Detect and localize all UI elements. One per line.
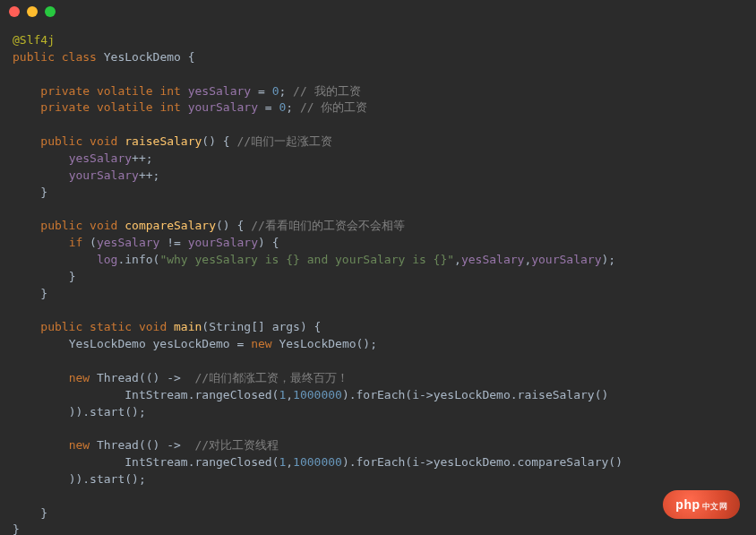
method-rangeClosed: rangeClosed	[195, 455, 272, 469]
kw-private: private	[40, 100, 90, 114]
method-main: main	[174, 320, 202, 333]
comment: // 你的工资	[293, 100, 367, 114]
kw-private: private	[40, 84, 90, 98]
minimize-dot[interactable]	[27, 6, 38, 17]
call-compareSalary: compareSalary	[518, 455, 609, 469]
window-titlebar	[0, 0, 756, 23]
method-compareSalary: compareSalary	[125, 219, 216, 232]
method-info: info	[125, 253, 152, 266]
method-forEach: forEach	[357, 455, 406, 469]
comment: // 我的工资	[286, 84, 360, 98]
type-IntStream: IntStream	[125, 388, 187, 401]
kw-public: public	[40, 134, 82, 148]
kw-void: void	[90, 134, 117, 148]
field-yesSalary: yesSalary	[69, 151, 132, 165]
call-raiseSalary: raiseSalary	[518, 388, 595, 401]
code-block: @Slf4j public class YesLockDemo { privat…	[0, 23, 756, 535]
logger: log	[97, 253, 117, 266]
param-args: args	[272, 320, 300, 333]
kw-void: void	[139, 320, 167, 333]
kw-public: public	[40, 320, 82, 333]
arg-yesSalary: yesSalary	[461, 253, 524, 266]
kw-int: int	[159, 84, 180, 98]
brace-close: }	[40, 506, 47, 520]
kw-void: void	[90, 219, 117, 232]
type-YesLockDemo: YesLockDemo	[69, 337, 146, 350]
watermark-badge: php中文网	[663, 490, 740, 519]
kw-volatile: volatile	[97, 84, 153, 98]
kw-int: int	[159, 100, 180, 114]
comment: //咱们一起涨工资	[236, 134, 332, 148]
type-String: String	[209, 320, 251, 333]
field-yesSalary: yesSalary	[97, 236, 159, 249]
kw-if: if	[69, 236, 83, 249]
kw-new: new	[251, 337, 271, 350]
comment: //咱们都涨工资，最终百万！	[195, 371, 349, 384]
comment: //看看咱们的工资会不会相等	[251, 219, 405, 232]
method-raiseSalary: raiseSalary	[125, 134, 202, 148]
literal-1000000: 1000000	[293, 388, 342, 401]
field-yesSalary: yesSalary	[188, 84, 251, 98]
method-start: start	[90, 472, 125, 486]
close-dot[interactable]	[9, 6, 20, 17]
literal-1000000: 1000000	[293, 455, 342, 469]
field-yourSalary: yourSalary	[188, 100, 258, 114]
maximize-dot[interactable]	[45, 6, 56, 17]
brace-close: }	[69, 270, 76, 283]
class-name: YesLockDemo	[104, 50, 181, 64]
kw-public: public	[40, 219, 82, 232]
method-start: start	[90, 405, 125, 419]
string-literal: "why yesSalary is {} and yourSalary is {…	[159, 253, 454, 266]
method-rangeClosed: rangeClosed	[195, 388, 272, 401]
kw-class: class	[62, 50, 97, 64]
comment: //对比工资线程	[195, 438, 279, 452]
kw-new: new	[69, 371, 90, 384]
badge-main: php	[675, 497, 700, 512]
field-yourSalary: yourSalary	[188, 236, 258, 249]
kw-new: new	[69, 438, 90, 452]
field-yourSalary: yourSalary	[69, 168, 139, 182]
type-IntStream: IntStream	[125, 455, 187, 469]
badge-sub: 中文网	[702, 502, 728, 511]
annotation: @Slf4j	[13, 33, 55, 47]
brace-close: }	[40, 287, 47, 300]
brace-close: }	[40, 186, 47, 199]
brace-close: }	[13, 522, 20, 535]
kw-volatile: volatile	[97, 100, 153, 114]
kw-static: static	[90, 320, 132, 333]
arg-yourSalary: yourSalary	[531, 253, 601, 266]
kw-public: public	[13, 50, 55, 64]
method-forEach: forEach	[357, 388, 406, 401]
